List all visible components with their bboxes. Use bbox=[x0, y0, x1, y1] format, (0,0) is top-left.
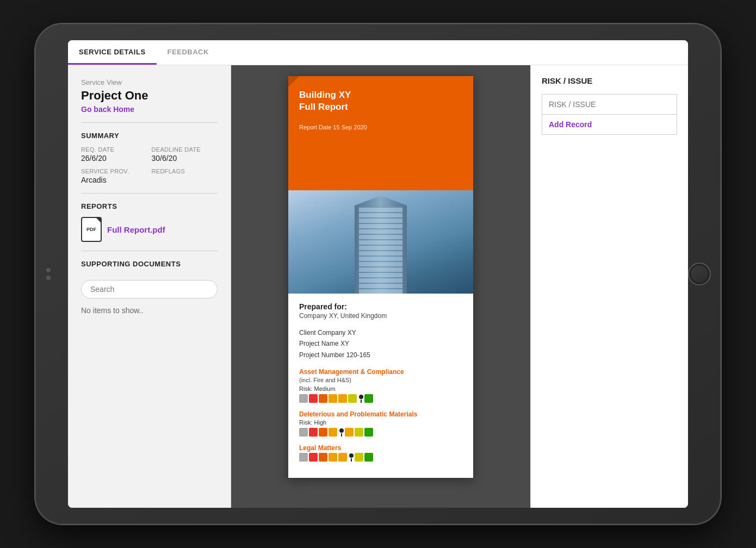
service-prov-item: SERVICE PROV. Arcadis bbox=[81, 168, 147, 184]
risk-issue-section-title: RISK / ISSUE bbox=[542, 76, 677, 85]
risk-label-3: Legal Matters bbox=[299, 444, 462, 452]
divider-2 bbox=[81, 193, 218, 194]
deadline-label: DEADLINE DATE bbox=[152, 146, 218, 153]
deadline-item: DEADLINE DATE 30/6/20 bbox=[152, 146, 218, 163]
search-input[interactable] bbox=[81, 280, 218, 298]
risk-bar bbox=[329, 453, 337, 462]
risk-indicator-1 bbox=[359, 395, 363, 403]
redflags-label: REDFLAGS bbox=[152, 168, 218, 175]
main-content: Service View Project One Go back Home SU… bbox=[68, 65, 688, 508]
risk-row-2: Deleterious and Problematic Materials Ri… bbox=[299, 410, 462, 437]
risk-bar bbox=[364, 428, 373, 437]
building-glass bbox=[359, 207, 402, 294]
req-date-label: REQ. DATE bbox=[81, 146, 147, 153]
risk-bar bbox=[309, 394, 318, 403]
risk-bar bbox=[345, 428, 354, 437]
risk-bar bbox=[319, 428, 327, 437]
risk-level-2: Risk: High bbox=[299, 419, 462, 426]
risk-bar bbox=[299, 453, 308, 462]
risk-bar bbox=[309, 453, 318, 462]
pdf-filename[interactable]: Full Report.pdf bbox=[107, 225, 165, 234]
pdf-icon: PDF bbox=[81, 217, 102, 242]
risk-bar bbox=[364, 453, 373, 462]
doc-cover: Building XY Full Report Report Date 15 S… bbox=[288, 76, 473, 190]
prepared-for-label: Prepared for: bbox=[299, 302, 462, 311]
ipad-screen: SERVICE DETAILS FEEDBACK Service View Pr… bbox=[68, 40, 688, 508]
camera-dot-1 bbox=[46, 268, 51, 272]
prepared-for-value: Company XY, United Kingdom bbox=[299, 312, 462, 320]
risk-bar bbox=[355, 428, 363, 437]
risk-bar bbox=[338, 394, 347, 403]
risk-bar bbox=[299, 428, 308, 437]
risk-bar bbox=[329, 394, 337, 403]
top-nav: SERVICE DETAILS FEEDBACK bbox=[68, 40, 688, 65]
risk-bar bbox=[338, 453, 347, 462]
risk-row-1: Asset Management & Compliance (incl. Fir… bbox=[299, 368, 462, 403]
summary-grid: REQ. DATE 26/6/20 DEADLINE DATE 30/6/20 … bbox=[81, 146, 218, 184]
reports-section: REPORTS PDF Full Report.pdf bbox=[81, 202, 218, 242]
ipad-home-button[interactable] bbox=[688, 263, 711, 285]
add-record-button[interactable]: Add Record bbox=[542, 115, 677, 135]
divider-3 bbox=[81, 251, 218, 251]
summary-section-title: SUMMARY bbox=[81, 132, 218, 140]
deadline-value: 30/6/20 bbox=[152, 154, 218, 163]
document-viewer[interactable]: Building XY Full Report Report Date 15 S… bbox=[231, 65, 530, 508]
risk-row-3: Legal Matters bbox=[299, 444, 462, 462]
risk-issue-input[interactable] bbox=[542, 94, 677, 115]
risk-bar bbox=[348, 394, 357, 403]
camera-dot-2 bbox=[46, 276, 51, 280]
risk-bar bbox=[364, 394, 373, 403]
risk-bar bbox=[319, 453, 327, 462]
risk-label-2: Deleterious and Problematic Materials bbox=[299, 410, 462, 418]
no-items-text: No items to show.. bbox=[81, 306, 218, 315]
service-prov-value: Arcadis bbox=[81, 176, 147, 184]
service-prov-label: SERVICE PROV. bbox=[81, 168, 147, 175]
service-view-label: Service View bbox=[81, 78, 218, 86]
risk-bars-3 bbox=[299, 453, 462, 462]
risk-bar bbox=[329, 428, 337, 437]
req-date-item: REQ. DATE 26/6/20 bbox=[81, 146, 147, 163]
sidebar: Service View Project One Go back Home SU… bbox=[68, 65, 231, 508]
doc-cover-title: Building XY Full Report bbox=[299, 89, 462, 113]
reports-section-title: REPORTS bbox=[81, 202, 218, 210]
risk-indicator-3 bbox=[349, 453, 354, 462]
right-panel: RISK / ISSUE Add Record bbox=[530, 65, 688, 508]
divider-1 bbox=[81, 122, 218, 123]
risk-level-1: Risk: Medium bbox=[299, 385, 462, 392]
ipad-camera bbox=[46, 268, 51, 280]
go-back-text: Go back bbox=[81, 105, 111, 114]
redflags-item: REDFLAGS bbox=[152, 168, 218, 184]
go-back-row: Go back Home bbox=[81, 105, 218, 114]
tab-service-details[interactable]: SERVICE DETAILS bbox=[68, 40, 157, 65]
document-page: Building XY Full Report Report Date 15 S… bbox=[288, 76, 473, 478]
client-info: Client Company XY Project Name XY Projec… bbox=[299, 327, 462, 360]
doc-cover-fold bbox=[288, 76, 299, 87]
ipad-shell: SERVICE DETAILS FEEDBACK Service View Pr… bbox=[35, 24, 721, 524]
project-title: Project One bbox=[81, 89, 218, 103]
risk-label-1: Asset Management & Compliance bbox=[299, 368, 462, 376]
risk-indicator-2 bbox=[339, 428, 344, 437]
risk-bars-1 bbox=[299, 394, 462, 403]
risk-bar bbox=[319, 394, 327, 403]
risk-bar bbox=[299, 394, 308, 403]
home-link[interactable]: Home bbox=[113, 105, 134, 114]
doc-body: Prepared for: Company XY, United Kingdom… bbox=[288, 294, 473, 478]
req-date-value: 26/6/20 bbox=[81, 154, 147, 163]
supporting-docs-title: SUPPORTING DOCUMENTS bbox=[81, 260, 218, 268]
risk-bars-2 bbox=[299, 428, 462, 437]
risk-bar bbox=[355, 453, 363, 462]
risk-bar bbox=[309, 428, 318, 437]
risk-sublabel-1: (incl. Fire and H&S) bbox=[299, 377, 462, 383]
building-image bbox=[288, 190, 473, 294]
pdf-report-row[interactable]: PDF Full Report.pdf bbox=[81, 217, 218, 242]
tab-feedback[interactable]: FEEDBACK bbox=[157, 40, 220, 65]
doc-report-date: Report Date 15 Sep 2020 bbox=[299, 124, 462, 130]
supporting-docs-section: SUPPORTING DOCUMENTS No items to show.. bbox=[81, 260, 218, 315]
